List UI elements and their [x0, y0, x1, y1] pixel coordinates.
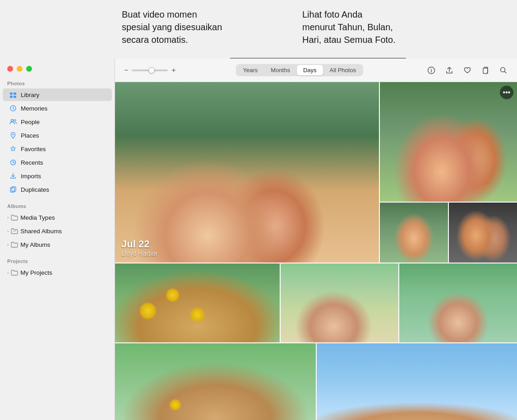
my-albums-label: My Albums — [20, 241, 50, 248]
imports-label: Imports — [21, 173, 41, 180]
duplicates-label: Duplicates — [21, 186, 49, 193]
library-label: Library — [21, 92, 39, 98]
photo-cell-mid-right-1[interactable] — [380, 203, 448, 263]
svg-rect-2 — [10, 96, 13, 98]
sidebar: Photos Library Memories — [0, 59, 115, 420]
photo-area[interactable]: Jul 22 Lloyd Harbor ••• — [115, 82, 517, 420]
imports-icon — [9, 172, 17, 180]
photos-section-label: Photos — [0, 77, 115, 88]
duplicates-icon — [9, 185, 17, 194]
svg-rect-3 — [14, 96, 16, 98]
sidebar-item-duplicates[interactable]: Duplicates — [3, 183, 112, 196]
toolbar-actions — [425, 64, 510, 77]
folder-icon — [10, 213, 18, 222]
photo-cell-green-outfit[interactable] — [399, 263, 517, 342]
svg-rect-1 — [14, 92, 16, 95]
sidebar-item-my-projects[interactable]: › My Projects — [3, 266, 112, 279]
shared-albums-label: Shared Albums — [20, 228, 62, 235]
svg-point-5 — [11, 120, 14, 122]
recents-label: Recents — [21, 159, 43, 166]
sidebar-item-recents[interactable]: Recents — [3, 156, 112, 169]
zoom-slider[interactable] — [132, 69, 168, 71]
memories-label: Memories — [21, 105, 47, 112]
favorites-icon — [9, 145, 17, 153]
media-types-label: Media Types — [20, 214, 55, 221]
photo-cell-top-right[interactable]: ••• — [380, 82, 517, 202]
copy-button[interactable] — [479, 64, 492, 77]
people-icon — [9, 118, 17, 126]
tooltip-area: Buat video momenspesial yang disesuaikan… — [0, 0, 517, 59]
photo-cell-sunflower2[interactable] — [115, 343, 316, 420]
recents-icon — [9, 158, 17, 166]
people-label: People — [21, 119, 40, 125]
info-button[interactable] — [425, 64, 438, 77]
favorites-label: Favorites — [21, 146, 46, 152]
tab-days[interactable]: Days — [297, 65, 323, 75]
svg-point-6 — [14, 120, 16, 121]
places-label: Places — [21, 132, 39, 139]
toolbar: − + Years Months Days All Photos — [115, 59, 517, 82]
photo-cell-main[interactable]: Jul 22 Lloyd Harbor — [115, 82, 379, 263]
memories-icon — [9, 104, 17, 112]
photo-mosaic: Jul 22 Lloyd Harbor ••• — [115, 82, 517, 420]
svg-rect-0 — [10, 92, 13, 95]
my-projects-label: My Projects — [20, 269, 52, 276]
library-icon — [9, 91, 17, 99]
sidebar-item-places[interactable]: Places — [3, 129, 112, 142]
sidebar-item-media-types[interactable]: › Media Types — [3, 211, 112, 224]
chevron-icon: › — [7, 229, 9, 234]
zoom-out-button[interactable]: − — [122, 65, 130, 75]
tab-years[interactable]: Years — [237, 65, 264, 75]
sidebar-item-my-albums[interactable]: › My Albums — [3, 238, 112, 251]
date-overlay: Jul 22 Lloyd Harbor — [115, 233, 164, 263]
tooltip-left: Buat video momenspesial yang disesuaikan… — [122, 8, 266, 46]
places-icon — [9, 131, 17, 139]
tooltip-line — [230, 58, 406, 59]
favorite-button[interactable] — [461, 64, 474, 77]
zoom-in-button[interactable]: + — [170, 65, 177, 75]
close-button[interactable] — [7, 66, 13, 72]
photo-cell-mid-right-2[interactable] — [449, 203, 517, 263]
photo-cell-sky-group[interactable] — [317, 343, 517, 420]
photo-row-1: Jul 22 Lloyd Harbor ••• — [115, 82, 517, 263]
projects-folder-icon — [10, 268, 18, 277]
shared-folder-icon — [10, 227, 18, 235]
photo-cell-field[interactable] — [281, 263, 398, 342]
maximize-button[interactable] — [26, 66, 32, 72]
more-options-button[interactable]: ••• — [500, 86, 513, 99]
date-subtitle: Lloyd Harbor — [121, 250, 157, 257]
date-title: Jul 22 — [121, 238, 157, 250]
search-button[interactable] — [497, 64, 510, 77]
sidebar-item-memories[interactable]: Memories — [3, 102, 112, 115]
svg-point-7 — [13, 134, 14, 135]
share-button[interactable] — [443, 64, 456, 77]
chevron-icon: › — [7, 215, 9, 220]
photo-cell-sunflower[interactable] — [115, 263, 280, 342]
my-albums-folder-icon — [10, 240, 18, 249]
sidebar-item-people[interactable]: People — [3, 115, 112, 128]
zoom-controls: − + — [122, 65, 178, 75]
albums-section-label: Albums — [0, 200, 115, 211]
sidebar-item-favorites[interactable]: Favorites — [3, 143, 112, 155]
photo-row-3 — [115, 343, 517, 420]
chevron-icon: › — [7, 242, 9, 247]
tooltip-right: Lihat foto Andamenurut Tahun, Bulan,Hari… — [302, 8, 474, 46]
minimize-button[interactable] — [17, 66, 23, 72]
projects-section-label: Projects — [0, 255, 115, 266]
chevron-icon: › — [7, 270, 9, 275]
sidebar-item-library[interactable]: Library — [3, 88, 112, 101]
app-window: Photos Library Memories — [0, 59, 517, 420]
tab-months[interactable]: Months — [264, 65, 296, 75]
view-tab-group: Years Months Days All Photos — [236, 64, 364, 76]
sidebar-item-shared-albums[interactable]: › Shared Albums — [3, 225, 112, 237]
main-content: − + Years Months Days All Photos — [115, 59, 517, 420]
more-options-label: ••• — [503, 88, 511, 97]
sidebar-item-imports[interactable]: Imports — [3, 170, 112, 182]
tab-all-photos[interactable]: All Photos — [323, 65, 363, 75]
zoom-slider-thumb — [148, 67, 155, 74]
window-controls — [0, 59, 115, 77]
photo-row-2 — [115, 263, 517, 342]
